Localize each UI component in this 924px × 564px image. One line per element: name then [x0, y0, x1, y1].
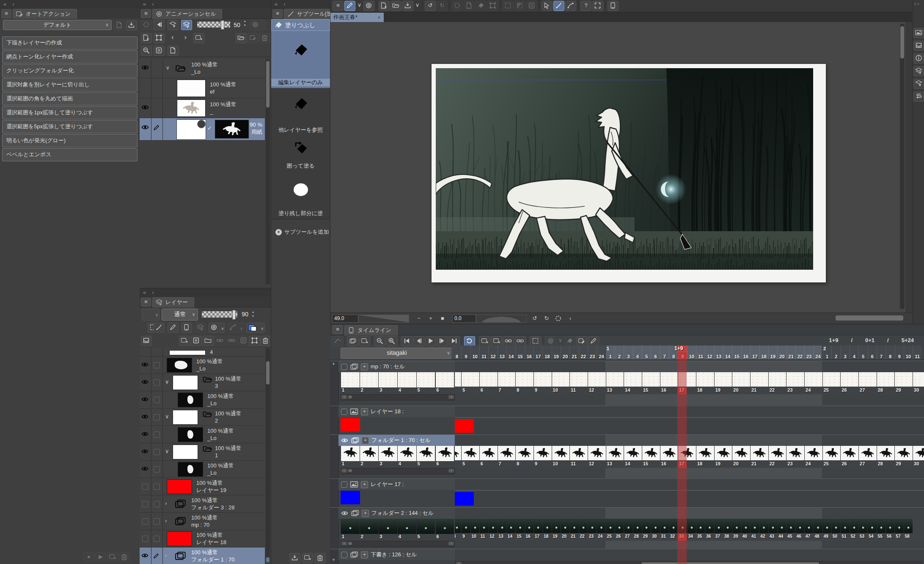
current-time-value[interactable]: 1+9	[829, 337, 838, 346]
subtool-item[interactable]: 塗り残し部分に塗	[271, 171, 330, 219]
eye-icon[interactable]	[141, 466, 148, 471]
frame-number[interactable]: 6	[479, 387, 498, 394]
scroll-right-icon[interactable]: ›	[448, 542, 454, 545]
frame-number[interactable]: 24	[804, 387, 822, 394]
color-swatch-block[interactable]	[341, 491, 360, 504]
frame-number[interactable]: 43	[768, 534, 777, 541]
cel-cell[interactable]	[904, 519, 913, 533]
subtool-item[interactable]: 他レイヤーを参照	[271, 88, 330, 136]
frame-number[interactable]: 18	[542, 534, 551, 541]
layer-row[interactable]: ›100 %通常フォルダー 3 : 28	[140, 495, 265, 513]
cel-number[interactable]: 4	[397, 534, 401, 541]
graph-editor-icon[interactable]	[332, 336, 343, 346]
end-time-value[interactable]: 5+24	[902, 337, 914, 346]
layer-name[interactable]: 用紙	[250, 128, 262, 135]
collapse-left-icon[interactable]: «	[143, 289, 152, 296]
frame-number[interactable]: 30	[651, 534, 660, 541]
eye-icon[interactable]	[141, 124, 149, 130]
folder-thumbnail[interactable]	[173, 375, 198, 390]
collapse-left2-icon[interactable]: ‹	[152, 1, 160, 7]
ruler-frame[interactable]: 19	[768, 346, 777, 359]
blend-mode-select[interactable]: 通常∨	[162, 309, 198, 321]
delete-cel-icon[interactable]	[564, 336, 575, 346]
ruler-frame[interactable]: 5	[642, 346, 651, 359]
cel-cell[interactable]	[877, 372, 895, 387]
draft-layer-icon[interactable]	[168, 323, 179, 333]
cel-cell[interactable]	[588, 446, 606, 460]
cel-preview-thumbnail[interactable]	[215, 120, 249, 138]
scroll-down-icon[interactable]	[266, 557, 270, 562]
layer-search-icon[interactable]	[913, 79, 924, 89]
tablet-mode-icon[interactable]	[608, 1, 619, 11]
cel-cell[interactable]	[822, 372, 841, 387]
panel-collapse-arrows[interactable]: «‹	[0, 0, 140, 8]
line-correct-icon[interactable]	[565, 1, 576, 11]
ruler-frame[interactable]: 8	[886, 346, 894, 359]
layer-thumbnail[interactable]	[177, 100, 206, 117]
folder-thumbnail[interactable]	[173, 445, 198, 459]
play-icon[interactable]	[425, 336, 436, 346]
panel-collapse-arrows[interactable]: ‹ ›	[914, 1, 919, 7]
frame-number[interactable]: 10	[470, 534, 479, 541]
cel-cell[interactable]	[714, 446, 732, 460]
timeline-menu-icon[interactable]: ≡	[333, 325, 343, 334]
frame-number[interactable]: 10	[552, 387, 570, 394]
layer-row[interactable]: 4	[140, 348, 265, 357]
frame-number[interactable]: 12	[488, 534, 497, 541]
frame-number[interactable]: 9	[534, 461, 552, 468]
cel-cell[interactable]	[515, 372, 534, 387]
cel-number[interactable]: 5	[416, 461, 420, 468]
start-time-value[interactable]: 0+1	[865, 337, 874, 346]
auto-action-item[interactable]: 明るい色が発光(グロー)	[2, 134, 138, 147]
subtool-item[interactable]: 編集レイヤーのみ	[271, 31, 330, 88]
unlink-cel-icon[interactable]	[515, 336, 526, 346]
frame-number[interactable]: 12	[588, 461, 606, 468]
add-action-icon[interactable]	[107, 552, 118, 562]
cel-color-dropdown[interactable]: ∨	[557, 336, 564, 346]
frame-number[interactable]: 14	[624, 461, 642, 468]
frame-number[interactable]: 21	[750, 461, 768, 468]
ruler-frame[interactable]: 4	[850, 346, 858, 359]
new-folder-icon[interactable]	[203, 336, 214, 346]
frame-number[interactable]: 30	[913, 387, 924, 394]
auto-action-set-select[interactable]: デフォルト∨	[3, 20, 112, 30]
new-cel-icon[interactable]	[479, 336, 490, 346]
cel-cell[interactable]	[894, 446, 913, 460]
link-cel-icon[interactable]	[503, 336, 514, 346]
cel-cell[interactable]	[579, 519, 588, 533]
ruler-frame[interactable]: 18	[759, 346, 768, 359]
hidden-eye-box[interactable]	[142, 518, 148, 525]
ruler-frame[interactable]: 14	[506, 346, 515, 359]
collapse-left-icon[interactable]: «	[275, 1, 283, 7]
frame-number[interactable]: 45	[786, 534, 795, 541]
frame-number[interactable]: 26	[840, 387, 858, 394]
frame-number[interactable]: 58	[904, 534, 913, 541]
copy-action-icon[interactable]	[114, 20, 125, 30]
navigator-tab-icon[interactable]	[913, 28, 924, 38]
frame-number[interactable]: 19	[714, 461, 732, 468]
fill-icon[interactable]	[476, 1, 487, 11]
tool-history-dropdown[interactable]: ∨	[356, 1, 363, 10]
cel-cell[interactable]	[506, 519, 515, 533]
frame-number[interactable]: 24	[597, 534, 605, 541]
light-table-icon[interactable]	[141, 46, 152, 56]
open-file-icon[interactable]	[390, 1, 402, 11]
cel-thumbnail[interactable]	[416, 446, 435, 461]
prev-frame-icon[interactable]	[413, 336, 424, 346]
cel-number[interactable]: 2	[360, 387, 363, 394]
frame-number[interactable]: 23	[588, 534, 597, 541]
clip-studio-logo[interactable]	[363, 1, 374, 11]
frame-number[interactable]: 29	[642, 534, 651, 541]
cel-thumbnail[interactable]	[360, 519, 379, 534]
cel-cell[interactable]	[597, 519, 605, 533]
frame-number[interactable]: 21	[750, 387, 768, 394]
new-vector-layer-icon[interactable]	[191, 336, 202, 346]
cel-number[interactable]: 5	[416, 387, 420, 394]
ruler-frame[interactable]: 6	[868, 346, 877, 359]
collapse-statusbar-icon[interactable]: ‹	[565, 314, 575, 323]
frame-number[interactable]: 56	[886, 534, 894, 541]
reset-view-icon[interactable]	[553, 314, 564, 323]
folder-expand-icon[interactable]: ∨	[165, 379, 169, 385]
tab-layer[interactable]: レイヤー	[152, 297, 194, 307]
frame-number[interactable]: 14	[506, 534, 515, 541]
